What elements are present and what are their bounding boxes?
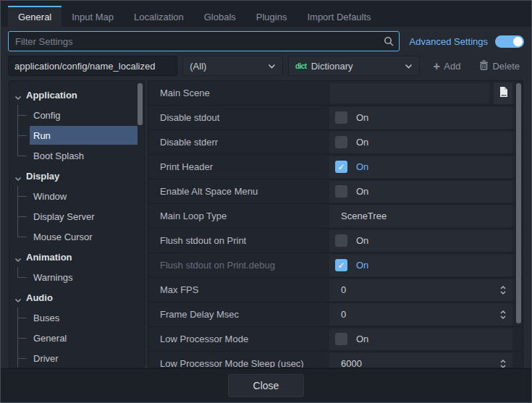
property-value: On <box>329 107 512 129</box>
sidebar-item-window[interactable]: Window <box>9 186 144 206</box>
checkbox[interactable]: ✓ <box>335 161 347 173</box>
tab-plugins[interactable]: Plugins <box>246 7 297 27</box>
resource-input[interactable] <box>329 82 490 104</box>
tab-general[interactable]: General <box>8 6 62 27</box>
property-label: Disable stdout <box>148 112 329 123</box>
property-value: On <box>329 328 512 350</box>
property-value[interactable]: 0 <box>329 304 512 326</box>
property-row-flush-stdout-on-print: Flush stdout on PrintOn <box>148 229 523 253</box>
settings-tree: ApplicationConfigRunBoot SplashDisplayWi… <box>9 80 145 368</box>
property-label: Print Header <box>148 161 329 172</box>
property-value[interactable]: SceneTree <box>329 205 512 227</box>
tab-input-map[interactable]: Input Map <box>62 7 124 27</box>
property-value: On <box>329 230 512 252</box>
property-label: Flush stdout on Print <box>148 235 329 246</box>
settings-scrollbar[interactable] <box>516 83 521 323</box>
checkbox[interactable] <box>335 111 347 124</box>
spinbox-updown-icon[interactable] <box>499 285 507 297</box>
tab-import-defaults[interactable]: Import Defaults <box>297 7 381 27</box>
tree-guide-line <box>17 145 18 156</box>
tree-guide-line <box>17 277 27 278</box>
sidebar-item-label: Buses <box>33 313 59 323</box>
category-dropdown[interactable]: (All) <box>182 56 283 76</box>
sidebar-item-boot-splash[interactable]: Boot Splash <box>9 145 144 166</box>
spinbox-updown-icon[interactable] <box>499 310 507 322</box>
sidebar-item-config[interactable]: Config <box>9 105 144 125</box>
collapse-chevron-icon[interactable] <box>14 254 22 265</box>
property-label: Main Scene <box>148 88 329 98</box>
sidebar-item-display[interactable]: Display <box>9 166 144 186</box>
checkbox-on-label: On <box>356 260 368 271</box>
sidebar-item-label: Animation <box>26 252 72 263</box>
collapse-chevron-icon[interactable] <box>14 92 22 103</box>
sidebar-item-buses[interactable]: Buses <box>9 307 144 328</box>
tree-guide-line <box>17 196 27 197</box>
settings-content: ApplicationConfigRunBoot SplashDisplayWi… <box>9 80 523 368</box>
sidebar-item-application[interactable]: Application <box>9 85 144 105</box>
collapse-chevron-icon[interactable] <box>14 294 22 305</box>
checkbox-on-label: On <box>356 112 368 123</box>
checkbox[interactable] <box>335 136 347 148</box>
sidebar-item-label: Config <box>33 110 61 121</box>
checkbox[interactable] <box>335 333 347 345</box>
spinbox-updown-icon[interactable] <box>499 359 507 369</box>
sidebar-scrollbar[interactable] <box>138 83 143 125</box>
sidebar-item-label: Display <box>26 171 59 182</box>
checkbox[interactable]: ✓ <box>335 259 347 271</box>
tree-guide-line <box>17 358 27 359</box>
sidebar-item-label: Run <box>33 130 51 141</box>
property-label: Frame Delay Msec <box>148 309 329 320</box>
settings-list: Main SceneDisable stdoutOnDisable stderr… <box>148 80 523 368</box>
checkbox[interactable] <box>335 234 347 247</box>
property-value: On <box>329 181 512 203</box>
sidebar-item-warnings[interactable]: Warnings <box>9 267 144 287</box>
toggle-knob <box>513 37 523 46</box>
property-label: Main Loop Type <box>148 211 329 221</box>
tree-guide-line <box>17 237 27 237</box>
text-value: SceneTree <box>341 211 387 221</box>
delete-property-button[interactable]: Delete <box>475 57 524 75</box>
add-property-button[interactable]: + Add <box>428 57 465 75</box>
checkbox[interactable] <box>335 185 347 198</box>
close-button[interactable]: Close <box>228 374 304 397</box>
trash-icon <box>479 60 489 72</box>
property-value[interactable]: 0 <box>329 279 512 301</box>
sidebar-item-label: Warnings <box>33 272 72 283</box>
sidebar-item-driver[interactable]: Driver <box>9 348 144 368</box>
tab-globals[interactable]: Globals <box>194 7 246 27</box>
tab-bar: GeneralInput MapLocalizationGlobalsPlugi… <box>1 1 531 27</box>
filter-toolbar: Advanced Settings <box>1 27 531 56</box>
sidebar-item-display-server[interactable]: Display Server <box>9 206 144 226</box>
property-row-low-processor-mode-sleep-usec: Low Processor Mode Sleep (usec)6000 <box>148 352 523 368</box>
sidebar-item-audio[interactable]: Audio <box>9 287 144 307</box>
property-row-disable-stdout: Disable stdoutOn <box>148 106 523 130</box>
search-input[interactable] <box>8 31 400 51</box>
property-row-frame-delay-msec: Frame Delay Msec0 <box>148 302 523 327</box>
checkbox-on-label: On <box>356 334 368 344</box>
property-row-disable-stderr: Disable stderrOn <box>148 130 523 155</box>
filter-field-wrap <box>8 31 400 51</box>
checkbox-on-label: On <box>356 235 368 246</box>
file-icon <box>498 86 509 100</box>
property-label: Max FPS <box>148 284 329 295</box>
collapse-chevron-icon[interactable] <box>14 173 22 184</box>
sidebar-item-run[interactable]: Run <box>9 125 144 145</box>
browse-file-button[interactable] <box>494 82 512 104</box>
property-path-input[interactable] <box>8 56 177 76</box>
type-dropdown[interactable]: dict Dictionary <box>288 56 420 76</box>
tab-localization[interactable]: Localization <box>124 7 194 27</box>
sidebar-item-animation[interactable]: Animation <box>9 247 144 267</box>
tree-guide-line <box>17 135 27 136</box>
property-label: Enable Alt Space Menu <box>148 186 329 197</box>
tree-guide-line <box>17 318 27 318</box>
sidebar-item-general[interactable]: General <box>9 328 144 348</box>
property-value: ✓On <box>329 156 512 178</box>
property-row-main-loop-type: Main Loop TypeSceneTree <box>148 204 523 229</box>
tree-guide-line <box>17 267 18 277</box>
delete-button-label: Delete <box>492 61 520 72</box>
property-label: Disable stderr <box>148 137 329 148</box>
sidebar-item-mouse-cursor[interactable]: Mouse Cursor <box>9 226 144 247</box>
property-value[interactable]: 6000 <box>329 353 512 369</box>
advanced-settings-toggle[interactable] <box>495 35 524 48</box>
category-dropdown-value: (All) <box>190 61 206 72</box>
